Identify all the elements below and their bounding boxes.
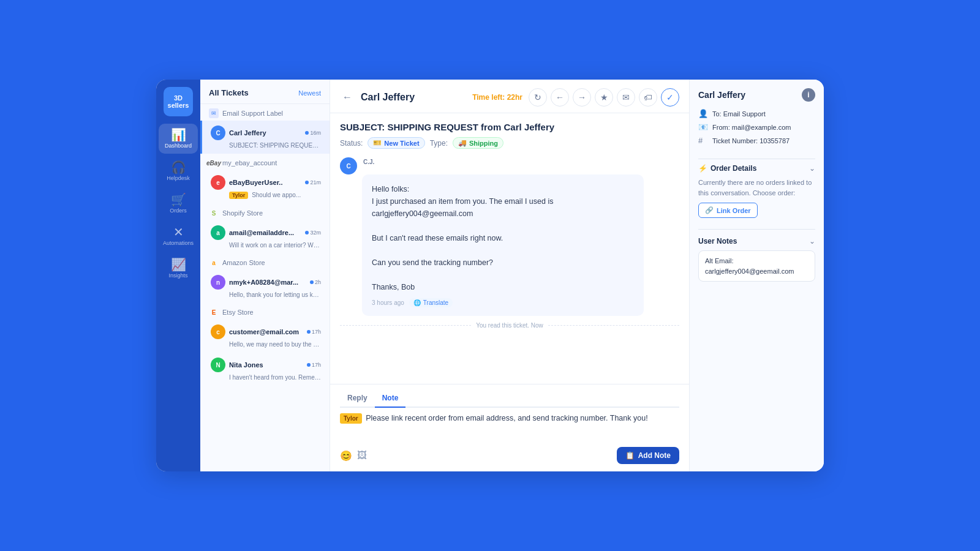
section-amazon: a Amazon Store (200, 253, 330, 270)
message-area: SUBJECT: SHIPPING REQUEST from Carl Jeff… (330, 113, 689, 384)
reply-tabs: Reply Note (340, 391, 679, 408)
section-email-support: ✉ Email Support Label (200, 104, 330, 121)
app-logo[interactable]: 3Dsellers (164, 87, 193, 116)
dashboard-icon: 📊 (171, 129, 186, 141)
translate-icon: 🌐 (413, 299, 421, 306)
nav-item-dashboard[interactable]: 📊 Dashboard (159, 124, 198, 154)
reply-icons: 😊 🖼 (340, 450, 367, 462)
next-button[interactable]: → (573, 88, 591, 107)
reply-input-area[interactable]: Tylor Please link recent order from emai… (340, 413, 679, 443)
read-divider: You read this ticket. Now (340, 322, 679, 329)
conversation-customer-name: Carl Jeffery (361, 92, 466, 103)
link-order-button[interactable]: 🔗 Link Order (698, 203, 758, 218)
insights-icon: 📈 (171, 258, 186, 271)
right-panel-header: Carl Jeffery i (698, 88, 815, 102)
ticket-item-amail[interactable]: a amail@emailaddre... 32m Will it work o… (200, 220, 330, 253)
status-badge: 🎫 New Ticket (368, 137, 424, 149)
emoji-button[interactable]: 😊 (340, 450, 352, 462)
email-from-icon: 📧 (698, 122, 708, 132)
ticket-name-customer: customer@email.com (229, 328, 303, 335)
ticket-name-carl-jeffery: Carl Jeffery (229, 129, 301, 137)
image-button[interactable]: 🖼 (357, 450, 367, 462)
ticket-name-ebaybuyer: eBayBuyerUser.. (229, 179, 301, 186)
add-note-button[interactable]: 📋 Add Note (617, 447, 679, 464)
translate-button[interactable]: 🌐 Translate (409, 298, 453, 307)
email-button[interactable]: ✉ (617, 88, 635, 107)
ticket-preview-customer: Hello, we may need to buy the plate from… (211, 341, 321, 348)
contact-ticket-row: # Ticket Number: 10355787 (698, 136, 815, 145)
avatar-amail: a (211, 225, 225, 240)
back-button[interactable]: ← (340, 91, 355, 104)
time-left-label: Time left: 22hr (472, 93, 522, 102)
order-details-title: ⚡ Order Details (698, 164, 756, 173)
nav-item-automations[interactable]: ✕ Automations (159, 221, 198, 251)
reply-tylor-tag: Tylor (340, 413, 362, 424)
message-text: Hello folks: I just purchased an item fr… (372, 183, 634, 293)
user-notes-chevron-icon: ⌄ (809, 237, 815, 246)
order-details-body: Currently there are no orders linked to … (698, 178, 815, 198)
unread-dot-2 (305, 181, 309, 184)
contact-to: To: Email Support (712, 110, 766, 118)
note-tab[interactable]: Note (375, 391, 406, 408)
tag-button[interactable]: 🏷 (639, 88, 657, 107)
nav-item-orders[interactable]: 🛒 Orders (159, 189, 198, 219)
ticket-time-customer: 17h (307, 329, 321, 335)
header-actions: ↻ ← → ★ ✉ 🏷 ✓ (529, 88, 679, 107)
order-details-header[interactable]: ⚡ Order Details ⌄ (698, 164, 815, 173)
ticket-name-amail: amail@emailaddre... (229, 229, 301, 236)
prev-button[interactable]: ← (551, 88, 569, 107)
type-badge: 🚚 Shipping (453, 137, 503, 149)
link-icon: 🔗 (705, 206, 714, 214)
order-details-section: ⚡ Order Details ⌄ Currently there are no… (698, 164, 815, 218)
section-etsy: E Etsy Store (200, 303, 330, 320)
unread-dot-4 (310, 280, 314, 284)
hashtag-icon: # (698, 136, 708, 145)
ticket-preview-carl-jeffery: SUBJECT: SHIPPING REQUEST from Carl Jeff… (211, 142, 321, 149)
ticket-time-nmyk: 2h (310, 279, 321, 285)
unread-dot (305, 131, 309, 135)
ticket-list-header: All Tickets Newest (200, 80, 330, 104)
amazon-section-icon: a (209, 258, 219, 268)
ticket-list-sort[interactable]: Newest (298, 89, 321, 97)
resolve-button[interactable]: ✓ (661, 88, 679, 107)
refresh-button[interactable]: ↻ (529, 88, 547, 107)
message-bubble: Hello folks: I just purchased an item fr… (362, 174, 644, 316)
message-header: C C.J. (340, 157, 679, 174)
user-notes-header[interactable]: User Notes ⌄ (698, 237, 815, 246)
divider-2 (698, 229, 815, 230)
user-notes-title: User Notes (698, 237, 737, 246)
reply-tab[interactable]: Reply (340, 391, 375, 408)
contact-to-row: 👤 To: Email Support (698, 109, 815, 118)
type-label: Type: (430, 139, 448, 148)
helpdesk-icon: 🎧 (171, 161, 186, 173)
avatar-carl-jeffery: C (211, 126, 225, 140)
ticket-item-nmyk[interactable]: n nmyk+A08284@mar... 2h Hello, thank you… (200, 270, 330, 303)
ticket-item-carl-jeffery[interactable]: C Carl Jeffery 16m SUBJECT: SHIPPING REQ… (200, 121, 330, 154)
shopify-section-icon: S (209, 208, 219, 218)
reply-input-text: Please link recent order from email addr… (364, 414, 648, 422)
ticket-item-nita[interactable]: N Nita Jones 17h I haven't heard from yo… (200, 353, 330, 386)
user-notes-section: User Notes ⌄ Alt Email: carlgjeffery004@… (698, 237, 815, 282)
nav-item-helpdesk[interactable]: 🎧 Helpdesk (159, 156, 198, 186)
reply-area: Reply Note Tylor Please link recent orde… (330, 384, 689, 471)
avatar-ebaybuyer: e (211, 175, 225, 190)
info-button[interactable]: i (802, 88, 815, 102)
message-initials: C.J. (363, 159, 374, 165)
ticket-item-ebaybuyer[interactable]: e eBayBuyerUser.. 21m Tylor Should we ap… (200, 170, 330, 204)
ticket-item-customer[interactable]: c customer@email.com 17h Hello, we may n… (200, 320, 330, 353)
avatar-nita: N (211, 358, 225, 372)
right-panel: Carl Jeffery i 👤 To: Email Support 📧 Fro… (689, 80, 824, 471)
main-content-panel: ← Carl Jeffery Time left: 22hr ↻ ← → ★ ✉… (330, 80, 689, 471)
reply-footer: 😊 🖼 📋 Add Note (340, 447, 679, 464)
user-notes-text: Alt Email: carlgjeffery004@geemail.com (705, 256, 809, 276)
star-button[interactable]: ★ (595, 88, 613, 107)
ticket-list-panel: All Tickets Newest ✉ Email Support Label… (200, 80, 330, 471)
bolt-icon: ⚡ (698, 164, 707, 173)
nav-item-insights[interactable]: 📈 Insights (159, 253, 198, 283)
etsy-section-icon: E (209, 307, 219, 317)
ticket-time-ebaybuyer: 21m (305, 179, 321, 186)
unread-dot-3 (305, 231, 309, 234)
type-icon: 🚚 (458, 139, 467, 147)
contact-from-row: 📧 From: mail@example.com (698, 122, 815, 132)
ticket-preview-nmyk: Hello, thank you for letting us know thi… (211, 291, 321, 298)
